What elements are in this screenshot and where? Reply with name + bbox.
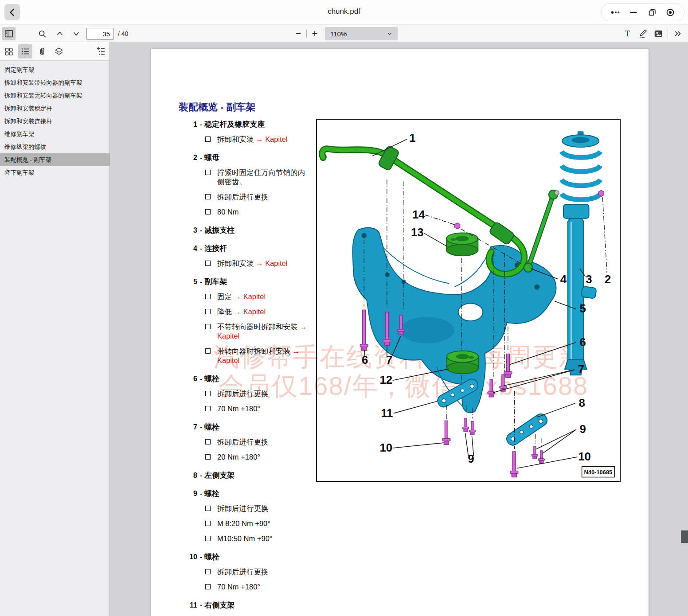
minimize-button[interactable]: [628, 7, 639, 18]
part-heading: 1-稳定杆及橡胶支座: [188, 120, 317, 129]
checkbox-icon: [205, 136, 211, 142]
part-sub-item: 70 Nm +180°: [188, 404, 317, 413]
pdf-toolbar: / 40 − + 110% T: [0, 24, 688, 42]
part-separator: -: [200, 374, 202, 383]
part-number: 3: [188, 226, 197, 235]
image-annotation-button[interactable]: [652, 27, 665, 40]
thumbnails-view-button[interactable]: [2, 44, 16, 58]
part-heading: 10-螺栓: [188, 552, 317, 561]
viewer[interactable]: 汽修帮手在线资料库，每周更新 会员仅168/年，微信：xbs1688 装配概览 …: [110, 42, 688, 616]
part-sub-text: 拆卸后进行更换: [217, 567, 311, 577]
outline-item[interactable]: 拆卸和安装无转向器的副车架: [0, 89, 109, 102]
current-outline-item-button[interactable]: [94, 44, 108, 58]
part-separator: -: [200, 226, 202, 235]
part-number: 11: [188, 600, 197, 610]
figure-label-n10r: 10: [578, 450, 591, 463]
figure-label-n4: 4: [560, 273, 567, 285]
part-sub-item: 带转向器时拆卸和安装 → Kapitel: [188, 347, 317, 365]
target-button[interactable]: [665, 7, 676, 18]
kapitel-link[interactable]: → Kapitel: [256, 259, 288, 267]
checkbox-icon: [205, 521, 211, 526]
figure-label-n5: 5: [579, 302, 586, 315]
outline-view-button[interactable]: [18, 44, 32, 58]
text-annotation-button[interactable]: T: [621, 27, 634, 40]
figure-label-n11: 11: [381, 407, 393, 419]
sidebar: 固定副车架拆卸和安装带转向器的副车架拆卸和安装无转向器的副车架拆卸和安装稳定杆拆…: [0, 42, 110, 616]
part-separator: -: [200, 471, 202, 480]
toolbar-separator: [68, 29, 68, 38]
outline-item[interactable]: 固定副车架: [0, 63, 109, 76]
page-total-label: / 40: [118, 30, 128, 37]
nut-14: [455, 223, 460, 229]
part-sub-text: 降低 → Kapitel: [217, 307, 311, 316]
kapitel-link[interactable]: → Kapitel: [234, 308, 266, 316]
part-sub-item: 拆卸和安装 → Kapitel: [188, 135, 317, 144]
part-heading: 3-减振支柱: [188, 226, 317, 235]
part-number: 5: [188, 277, 197, 286]
part-number: 9: [188, 489, 197, 498]
minimize-icon: [629, 8, 638, 17]
part-label: 右侧支架: [204, 600, 235, 610]
part-sub-text: 70 Nm +180°: [217, 582, 311, 592]
part-sub-text: 拆卸后进行更换: [217, 389, 311, 398]
checkbox-icon: [205, 170, 211, 175]
zoom-in-button[interactable]: +: [308, 27, 321, 40]
outline-item[interactable]: 拆卸和安装带转向器的副车架: [0, 76, 109, 89]
more-button[interactable]: [610, 7, 621, 18]
next-page-button[interactable]: [70, 27, 83, 40]
attachments-view-button[interactable]: [35, 44, 49, 58]
kapitel-link[interactable]: → Kapitel: [217, 347, 300, 364]
checkbox-icon: [205, 294, 211, 299]
checkbox-icon: [205, 454, 211, 460]
sidebar-toggle-icon: [4, 29, 14, 39]
part-separator: -: [200, 489, 202, 498]
outline-item[interactable]: 拆卸和安装连接杆: [0, 115, 109, 128]
checkbox-icon: [205, 194, 211, 199]
restore-button[interactable]: [647, 7, 657, 18]
part-heading: 11-右侧支架: [188, 600, 317, 610]
part-heading: 5-副车架: [188, 277, 317, 286]
outline-item[interactable]: 降下副车架: [0, 166, 109, 179]
thumbnails-icon: [4, 47, 14, 56]
checkbox-icon: [205, 391, 211, 396]
minus-icon: −: [296, 28, 301, 39]
outline-list: 固定副车架拆卸和安装带转向器的副车架拆卸和安装无转向器的副车架拆卸和安装稳定杆拆…: [0, 63, 109, 179]
checkbox-icon: [205, 569, 211, 574]
page-number-input[interactable]: [86, 28, 114, 40]
outline-item[interactable]: 装配概览 - 副车架: [0, 153, 109, 166]
outline-item[interactable]: 维修副车架: [0, 128, 109, 140]
part-sub-text: 带转向器时拆卸和安装 → Kapitel: [217, 347, 311, 365]
kapitel-link[interactable]: → Kapitel: [234, 292, 266, 300]
part-sub-item: M 8:20 Nm +90°: [188, 519, 317, 528]
checkbox-icon: [205, 324, 211, 329]
outline-item[interactable]: 维修纵梁的螺纹: [0, 140, 109, 153]
part-sub-text: 拆卸和安装 → Kapitel: [217, 135, 311, 144]
part-sub-item: 固定 → Kapitel: [188, 292, 317, 301]
figure-label-n12: 12: [380, 374, 393, 386]
kapitel-link[interactable]: → Kapitel: [256, 135, 288, 143]
part-label: 螺母: [204, 153, 219, 162]
previous-page-button[interactable]: [53, 27, 66, 40]
zoom-out-button[interactable]: −: [292, 27, 305, 40]
checkbox-icon: [205, 309, 211, 314]
part-sub-item: 拆卸后进行更换: [188, 437, 317, 447]
part-number: 7: [188, 422, 197, 432]
layers-view-button[interactable]: [52, 44, 66, 58]
sidebar-toolbar: [0, 42, 109, 61]
draw-annotation-button[interactable]: [637, 27, 650, 40]
find-button[interactable]: [35, 27, 49, 40]
part-sub-item: 拆卸后进行更换: [188, 389, 317, 398]
part-separator: -: [200, 120, 202, 129]
vertical-scrollbar-thumb[interactable]: [681, 530, 688, 543]
outline-item[interactable]: 拆卸和安装稳定杆: [0, 102, 109, 115]
chevron-up-icon: [55, 29, 64, 38]
zoom-select[interactable]: 110%: [325, 27, 398, 40]
toggle-sidebar-button[interactable]: [2, 27, 16, 40]
part-number: 8: [188, 471, 197, 480]
figure-subframe-overview: 114134325678910679121110 N40-10685: [316, 119, 621, 482]
titlebar: chunk.pdf: [0, 0, 688, 24]
coupling-rod-illustration: [524, 190, 559, 272]
kapitel-link[interactable]: → Kapitel: [217, 323, 307, 340]
more-tools-button[interactable]: [671, 27, 684, 40]
part-label: 左侧支架: [204, 471, 235, 480]
